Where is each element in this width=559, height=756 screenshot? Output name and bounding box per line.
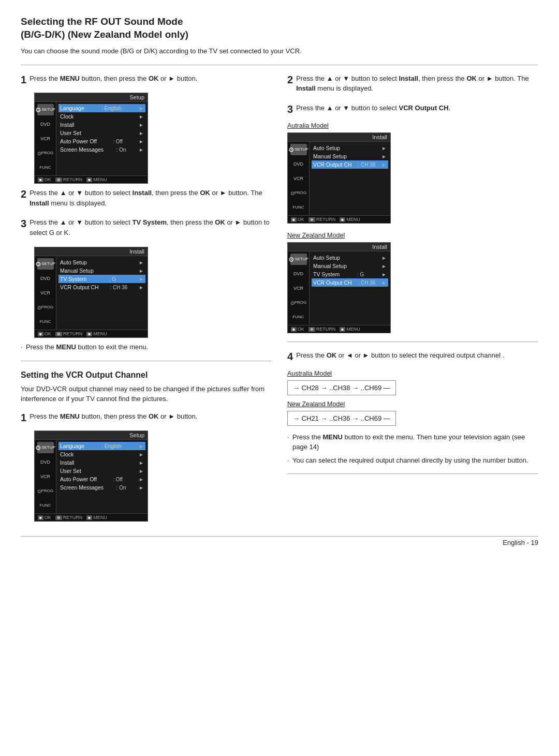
setup-menu-screen-2: Setup ⚙ SETUP DVD VCR bbox=[34, 431, 148, 522]
menu-footer: ■ OK ⊕ RETURN ■ MENU bbox=[35, 175, 148, 183]
nz-channel-flow: → CH21 → ..CH36 → ..CH69 — bbox=[287, 411, 396, 426]
prog-icon: ⊙ PROG bbox=[37, 147, 54, 159]
step-1: 1 Press the MENU button, then press the … bbox=[21, 73, 272, 86]
menu-items: Language : English ► Clock ► Install ► bbox=[56, 102, 148, 175]
right-column: 2 Press the ▲ or ▼ button to select Inst… bbox=[287, 73, 538, 526]
divider-bottom-right bbox=[287, 473, 538, 474]
divider-2 bbox=[21, 361, 272, 361]
prog-icon-nz: ⊙ PROG bbox=[290, 297, 307, 308]
install-menu-aus-screen: Install ⚙ SETUP DVD VCR bbox=[287, 132, 391, 224]
func-icon-install: FUNC bbox=[37, 316, 54, 328]
menu-sidebar: ⚙ SETUP DVD VCR ⊙ PROG bbox=[35, 102, 56, 175]
main-content: 1 Press the MENU button, then press the … bbox=[21, 73, 538, 526]
menu-footer-2: ■ OK ⊕ RETURN ■ MENU bbox=[35, 513, 148, 521]
func-icon-nz: FUNC bbox=[290, 312, 307, 323]
setup-menu-screen-1: Setup ⚙ SETUP DVD VCR bbox=[34, 93, 148, 184]
australia-model-label-1: Autralia Model bbox=[287, 122, 538, 129]
right-bullet-2: You can select the required output chann… bbox=[287, 455, 538, 466]
menu-item-clock-2: Clock ► bbox=[58, 450, 145, 458]
section2-title: Setting the VCR Output Channel bbox=[21, 370, 272, 380]
menu-item-manualsetup: Manual Setup ► bbox=[58, 266, 145, 275]
install-menu-g-screen: Install ⚙ SETUP DVD VCR bbox=[34, 247, 148, 338]
menu-item-autosetup-nz: Auto Setup ► bbox=[312, 254, 388, 262]
dvd-icon-nz: DVD bbox=[290, 268, 307, 279]
setup-icon-install: ⚙ SETUP bbox=[37, 258, 54, 270]
nz-channel-text: → CH21 → ..CH36 → ..CH69 — bbox=[293, 414, 390, 422]
menu-header-install: Install bbox=[35, 247, 148, 256]
menu-item-language: Language : English ► bbox=[58, 104, 145, 112]
prog-icon-2: ⊙ PROG bbox=[37, 485, 54, 497]
prog-icon-install: ⊙ PROG bbox=[37, 302, 54, 313]
setup-icon: ⚙ SETUP bbox=[37, 104, 54, 115]
menu-sidebar-install: ⚙ SETUP DVD VCR ⊙ PROG bbox=[35, 256, 56, 330]
right-bullet-1: Press the MENU button to exit the menu. … bbox=[287, 432, 538, 452]
dvd-icon: DVD bbox=[37, 118, 54, 130]
menu-footer-install: ■ OK ⊕ RETURN ■ MENU bbox=[35, 330, 148, 337]
menu-sidebar-aus: ⚙ SETUP DVD VCR ⊙ PROG bbox=[288, 142, 310, 215]
left-column: 1 Press the MENU button, then press the … bbox=[21, 73, 272, 526]
menu-item-install-2: Install ► bbox=[58, 458, 145, 467]
divider-right bbox=[287, 342, 538, 342]
page-wrapper: Selecting the RF OUT Sound Mode (B/G-D/K… bbox=[21, 16, 538, 546]
step-2-left: 2 Press the ▲ or ▼ button to select Inst… bbox=[21, 188, 272, 210]
menu-item-vcr-nz: VCR Output CH : CH 36 ► bbox=[312, 278, 388, 287]
dvd-icon-install: DVD bbox=[37, 273, 54, 284]
australia-model-label-2: Australia Model bbox=[287, 370, 538, 377]
divider-1 bbox=[21, 65, 538, 65]
vcr-icon-2: VCR bbox=[37, 471, 54, 482]
step-2-right: 2 Press the ▲ or ▼ button to select Inst… bbox=[287, 73, 538, 96]
setup-icon-aus: ⚙ SETUP bbox=[290, 144, 307, 155]
vcr-icon-install: VCR bbox=[37, 287, 54, 299]
menu-body: ⚙ SETUP DVD VCR ⊙ PROG bbox=[35, 102, 148, 175]
menu-footer-aus: ■ OK ⊕ RETURN ■ MENU bbox=[288, 215, 390, 223]
menu-footer-nz: ■ OK ⊕ RETURN ■ MENU bbox=[288, 325, 390, 333]
aus-channel-flow: → CH28 → ..CH38 → ..CH69 — bbox=[287, 380, 396, 395]
menu-body-aus: ⚙ SETUP DVD VCR ⊙ PROG bbox=[288, 142, 390, 215]
main-title: Selecting the RF OUT Sound Mode (B/G-D/K… bbox=[21, 16, 538, 41]
menu-item-tvsystem: TV System : G ► bbox=[58, 275, 145, 283]
menu-body-install: ⚙ SETUP DVD VCR ⊙ PROG bbox=[35, 256, 148, 330]
nz-model-label-1: New Zealand Model bbox=[287, 232, 538, 239]
intro-text: You can choose the sound mode (B/G or D/… bbox=[21, 46, 538, 56]
page-footer: English - 19 bbox=[21, 536, 538, 546]
nz-model-label-2: New Zealand Model bbox=[287, 401, 538, 408]
step-3-right: 3 Press the ▲ or ▼ button to select VCR … bbox=[287, 103, 538, 115]
title-line1: Selecting the RF OUT Sound Mode bbox=[21, 16, 183, 27]
menu-header-nz: Install bbox=[288, 243, 390, 251]
menu-items-nz: Auto Setup ► Manual Setup ► TV System : … bbox=[310, 251, 390, 325]
step-3-left: 3 Press the ▲ or ▼ button to select TV S… bbox=[21, 217, 272, 240]
vcr-icon-nz: VCR bbox=[290, 283, 307, 294]
dvd-icon-aus: DVD bbox=[290, 158, 307, 170]
func-icon: FUNC bbox=[37, 162, 54, 173]
menu-item-vcr-aus: VCR Output CH : CH 38 ► bbox=[312, 160, 388, 169]
menu-body-2: ⚙ SETUP DVD VCR ⊙ PROG bbox=[35, 440, 148, 513]
menu-item-userset-2: User Set ► bbox=[58, 467, 145, 475]
setup-icon-nz: ⚙ SETUP bbox=[290, 254, 307, 265]
footer-text: English - 19 bbox=[503, 539, 538, 546]
menu-items-aus: Auto Setup ► Manual Setup ► VCR Output C… bbox=[310, 142, 390, 215]
title-line2: (B/G-D/K) (New Zealand Model only) bbox=[21, 29, 188, 40]
menu-item-manualsetup-nz: Manual Setup ► bbox=[312, 262, 388, 270]
func-icon-aus: FUNC bbox=[290, 202, 307, 213]
aus-channel-text: → CH28 → ..CH38 → ..CH69 — bbox=[293, 384, 390, 392]
menu-item-install: Install ► bbox=[58, 121, 145, 129]
menu-item-vcrouput: VCR Output CH : CH 36 ► bbox=[58, 283, 145, 291]
menu-sidebar-2: ⚙ SETUP DVD VCR ⊙ PROG bbox=[35, 440, 56, 513]
dvd-icon-2: DVD bbox=[37, 456, 54, 468]
menu-item-tvsystem-nz: TV System : G ► bbox=[312, 270, 388, 278]
menu-sidebar-nz: ⚙ SETUP DVD VCR ⊙ PROG bbox=[288, 251, 310, 325]
menu-item-autopoweroff-2: Auto Power Off : Off ► bbox=[58, 475, 145, 483]
menu-item-autosetup-aus: Auto Setup ► bbox=[312, 144, 388, 152]
menu-header-aus: Install bbox=[288, 133, 390, 142]
menu-items-install: Auto Setup ► Manual Setup ► TV System : … bbox=[56, 256, 148, 330]
menu-item-userset: User Set ► bbox=[58, 129, 145, 137]
func-icon-2: FUNC bbox=[37, 500, 54, 511]
menu-header-2: Setup bbox=[35, 431, 148, 440]
section2-step-1: 1 Press the MENU button, then press the … bbox=[21, 411, 272, 424]
menu-body-nz: ⚙ SETUP DVD VCR ⊙ PROG bbox=[288, 251, 390, 325]
menu-item-screenmessages: Screen Messages : On ► bbox=[58, 145, 145, 154]
menu-header: Setup bbox=[35, 93, 148, 102]
step-4-right: 4 Press the OK or ◄ or ► button to selec… bbox=[287, 350, 538, 363]
menu-item-manualsetup-aus: Manual Setup ► bbox=[312, 152, 388, 160]
vcr-icon-aus: VCR bbox=[290, 173, 307, 184]
